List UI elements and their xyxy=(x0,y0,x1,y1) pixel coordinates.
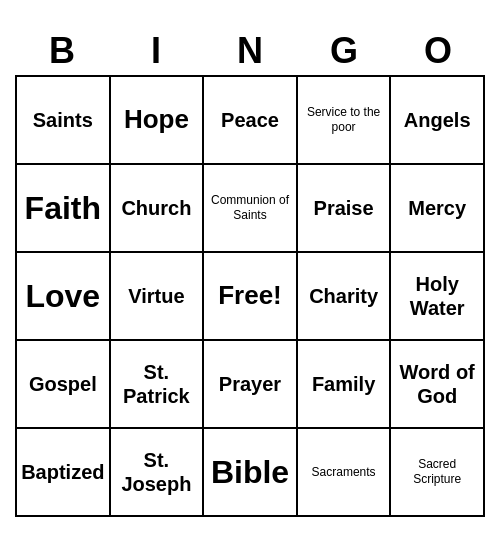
cell-label: Sacred Scripture xyxy=(395,457,479,486)
cell-label: Gospel xyxy=(29,372,97,396)
header-letter: O xyxy=(391,27,485,75)
cell-label: Saints xyxy=(33,108,93,132)
cell-r3-c0[interactable]: Gospel xyxy=(17,341,111,429)
cell-r1-c0[interactable]: Faith xyxy=(17,165,111,253)
cell-label: St. Joseph xyxy=(115,448,199,496)
header-letter: N xyxy=(203,27,297,75)
cell-label: Hope xyxy=(124,104,189,135)
cell-r4-c1[interactable]: St. Joseph xyxy=(111,429,205,517)
bingo-header: BINGO xyxy=(15,27,485,75)
header-letter: G xyxy=(297,27,391,75)
cell-r2-c0[interactable]: Love xyxy=(17,253,111,341)
cell-label: Mercy xyxy=(408,196,466,220)
cell-label: Prayer xyxy=(219,372,281,396)
cell-r1-c1[interactable]: Church xyxy=(111,165,205,253)
cell-r3-c4[interactable]: Word of God xyxy=(391,341,485,429)
bingo-grid: SaintsHopePeaceService to the poorAngels… xyxy=(15,75,485,517)
cell-label: Service to the poor xyxy=(302,105,386,134)
cell-label: Free! xyxy=(218,280,282,311)
cell-r1-c2[interactable]: Communion of Saints xyxy=(204,165,298,253)
cell-label: Communion of Saints xyxy=(208,193,292,222)
header-letter: B xyxy=(15,27,109,75)
cell-label: Word of God xyxy=(395,360,479,408)
cell-label: Baptized xyxy=(21,460,104,484)
cell-r2-c3[interactable]: Charity xyxy=(298,253,392,341)
header-letter: I xyxy=(109,27,203,75)
cell-r3-c1[interactable]: St. Patrick xyxy=(111,341,205,429)
cell-r4-c0[interactable]: Baptized xyxy=(17,429,111,517)
cell-r0-c1[interactable]: Hope xyxy=(111,77,205,165)
cell-r4-c2[interactable]: Bible xyxy=(204,429,298,517)
cell-r0-c4[interactable]: Angels xyxy=(391,77,485,165)
cell-label: Virtue xyxy=(128,284,184,308)
cell-r2-c1[interactable]: Virtue xyxy=(111,253,205,341)
cell-r4-c3[interactable]: Sacraments xyxy=(298,429,392,517)
cell-label: Sacraments xyxy=(312,465,376,479)
cell-r2-c2[interactable]: Free! xyxy=(204,253,298,341)
cell-label: St. Patrick xyxy=(115,360,199,408)
cell-r0-c3[interactable]: Service to the poor xyxy=(298,77,392,165)
cell-label: Praise xyxy=(314,196,374,220)
bingo-card: BINGO SaintsHopePeaceService to the poor… xyxy=(15,27,485,517)
cell-label: Church xyxy=(121,196,191,220)
cell-label: Love xyxy=(25,277,100,315)
cell-r1-c3[interactable]: Praise xyxy=(298,165,392,253)
cell-label: Charity xyxy=(309,284,378,308)
cell-label: Peace xyxy=(221,108,279,132)
cell-r3-c3[interactable]: Family xyxy=(298,341,392,429)
cell-r4-c4[interactable]: Sacred Scripture xyxy=(391,429,485,517)
cell-r2-c4[interactable]: Holy Water xyxy=(391,253,485,341)
cell-label: Faith xyxy=(25,189,101,227)
cell-r0-c2[interactable]: Peace xyxy=(204,77,298,165)
cell-label: Family xyxy=(312,372,375,396)
cell-r1-c4[interactable]: Mercy xyxy=(391,165,485,253)
cell-label: Holy Water xyxy=(395,272,479,320)
cell-label: Bible xyxy=(211,453,289,491)
cell-label: Angels xyxy=(404,108,471,132)
cell-r0-c0[interactable]: Saints xyxy=(17,77,111,165)
cell-r3-c2[interactable]: Prayer xyxy=(204,341,298,429)
